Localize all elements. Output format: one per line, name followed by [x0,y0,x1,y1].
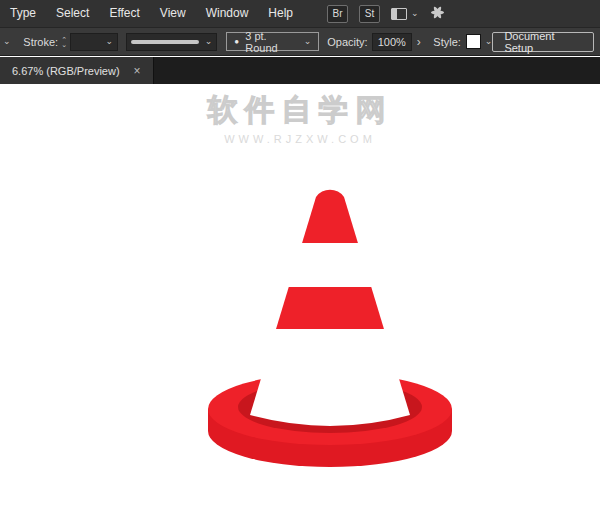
style-label: Style: [433,36,461,48]
style-swatch [466,34,481,49]
brush-dot-icon: ● [234,37,239,46]
document-setup-button[interactable]: Document Setup [492,32,594,52]
document-tab-label: 6.67% (RGB/Preview) [12,65,120,77]
watermark-title: 软件自学网 [208,90,393,131]
watermark: 软件自学网 WWW.RJZXW.COM [208,90,393,145]
watermark-url: WWW.RJZXW.COM [208,133,393,145]
menu-item-select[interactable]: Select [46,0,99,27]
width-profile-preview [131,40,199,44]
stroke-decrement-button[interactable]: ⌄ [61,42,67,47]
traffic-cone-artwork[interactable] [190,163,470,473]
chevron-down-icon: ⌄ [205,37,213,46]
menu-item-window[interactable]: Window [196,0,259,27]
opacity-label: Opacity: [327,36,367,48]
opacity-more-button[interactable]: › [412,35,425,49]
collapsed-dropdown[interactable]: ⌄ [0,37,15,46]
menu-item-type[interactable]: Type [0,0,46,27]
workspace-panel-icon [391,8,407,20]
cone-stripe-top [190,163,470,243]
document-tab-bar: 6.67% (RGB/Preview) × [0,57,600,84]
artboard-canvas[interactable]: 软件自学网 WWW.RJZXW.COM [0,84,600,515]
control-panel: ⌄ Stroke: ⌃ ⌄ ⌄ ⌄ ● 3 pt. Round ⌄ Opacit… [0,28,600,56]
chevron-down-icon: ⌄ [411,9,419,18]
brush-name: 3 pt. Round [245,30,298,54]
menu-bar: Type Select Effect View Window Help Br S… [0,0,600,28]
stroke-weight-stepper: ⌃ ⌄ [61,37,67,47]
chevron-down-icon: ⌄ [105,37,113,46]
brush-definition-dropdown[interactable]: ● 3 pt. Round ⌄ [226,32,319,51]
chevron-down-icon: ⌄ [304,37,312,46]
stroke-label: Stroke: [23,36,58,48]
close-icon[interactable]: × [134,64,141,78]
opacity-input[interactable]: 100% [372,33,412,51]
app-bar-icons: Br St ⌄ [327,5,445,23]
stock-button[interactable]: St [359,5,380,23]
cone-stripe-mid [190,287,470,329]
bridge-button[interactable]: Br [327,5,348,23]
chevron-down-icon: ⌄ [485,37,493,46]
workspace-switcher[interactable]: ⌄ [391,8,419,20]
style-swatch-dropdown[interactable]: ⌄ [466,34,493,49]
menu-item-view[interactable]: View [150,0,196,27]
document-tab[interactable]: 6.67% (RGB/Preview) × [0,57,154,84]
menu-item-effect[interactable]: Effect [99,0,149,27]
twirl-icon[interactable] [430,5,445,23]
width-profile-dropdown[interactable]: ⌄ [126,33,217,51]
menu-item-help[interactable]: Help [258,0,303,27]
stroke-weight-dropdown[interactable]: ⌄ [70,33,118,51]
